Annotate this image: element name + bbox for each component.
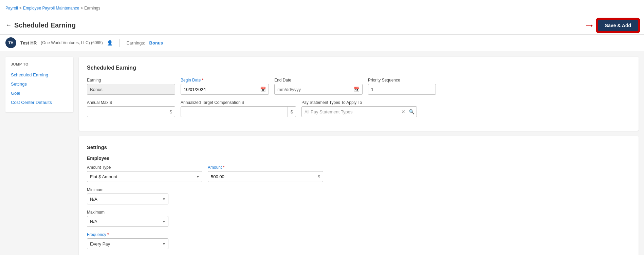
earning-label: Earning (87, 78, 175, 83)
maximum-select[interactable]: N/A Maximum 1 Maximum 2 (87, 216, 168, 227)
settings-card: Settings Employee Amount Type Flat $ Amo… (79, 136, 639, 255)
annual-max-field: Annual Max $ $ (87, 100, 175, 117)
red-arrow-icon: → (584, 19, 595, 32)
pay-statement-search-icon[interactable]: 🔍 (407, 109, 417, 114)
frequency-select-wrapper: Every Pay Monthly Quarterly Annually (87, 238, 168, 249)
pay-statement-label: Pay Statement Types To Apply To (301, 100, 417, 105)
scheduled-earning-title: Scheduled Earning (87, 65, 630, 71)
frequency-select[interactable]: Every Pay Monthly Quarterly Annually (87, 238, 168, 249)
amount-type-select[interactable]: Flat $ Amount Percentage Hours (87, 171, 202, 182)
settings-title: Settings (87, 144, 630, 150)
sidebar-header: JUMP TO (11, 62, 68, 66)
annual-max-input[interactable] (87, 107, 167, 116)
scheduled-earning-card: Scheduled Earning Earning Begin Date * 📅 (79, 57, 639, 131)
minimum-select-wrapper: N/A Minimum 1 Minimum 2 (87, 194, 168, 204)
back-arrow-icon[interactable]: ← (5, 22, 12, 29)
breadcrumb-payroll[interactable]: Payroll (5, 6, 18, 11)
vertical-divider (119, 39, 120, 47)
amount-type-field: Amount Type Flat $ Amount Percentage Hou… (87, 165, 202, 182)
breadcrumb-employee-payroll[interactable]: Employee Payroll Maintenance (23, 6, 79, 11)
annualized-target-input-wrapper: $ (181, 106, 296, 117)
frequency-field: Frequency * Every Pay Monthly Quarterly … (87, 232, 168, 249)
priority-sequence-input[interactable] (368, 84, 436, 95)
earning-field: Earning (87, 78, 175, 95)
begin-date-input[interactable] (181, 85, 257, 94)
maximum-field: Maximum N/A Maximum 1 Maximum 2 (87, 210, 168, 227)
annualized-target-label: Annualized Target Compensation $ (181, 100, 296, 105)
page-title: Scheduled Earning (14, 21, 76, 29)
pay-statement-clear-icon[interactable]: ✕ (400, 109, 407, 114)
end-date-field: End Date 📅 (274, 78, 363, 95)
priority-sequence-label: Priority Sequence (368, 78, 456, 83)
breadcrumb-earnings: Earnings (84, 6, 100, 11)
save-and-add-button[interactable]: Save & Add (597, 19, 639, 32)
sidebar-item-settings[interactable]: Settings (11, 79, 68, 89)
amount-label: Amount * (208, 165, 323, 170)
amount-input-wrapper: $ (208, 171, 323, 182)
sidebar-item-goal[interactable]: Goal (11, 89, 68, 98)
minimum-select[interactable]: N/A Minimum 1 Minimum 2 (87, 194, 168, 204)
priority-sequence-field: Priority Sequence (368, 78, 456, 95)
amount-input[interactable] (208, 172, 315, 181)
breadcrumb: Payroll > Employee Payroll Maintenance >… (5, 6, 100, 11)
amount-type-select-wrapper: Flat $ Amount Percentage Hours (87, 171, 202, 182)
annualized-target-input[interactable] (181, 107, 288, 116)
earning-input[interactable] (87, 84, 175, 95)
sidebar: JUMP TO Scheduled Earning Settings Goal … (5, 57, 73, 112)
pay-statement-field: Pay Statement Types To Apply To All Pay … (301, 100, 417, 117)
breadcrumb-sep1: > (19, 6, 22, 11)
annual-max-label: Annual Max $ (87, 100, 175, 105)
sidebar-item-scheduled-earning[interactable]: Scheduled Earning (11, 70, 68, 79)
begin-date-field: Begin Date * 📅 (181, 78, 269, 95)
edit-icon[interactable]: 👤 (107, 40, 113, 45)
pay-statement-placeholder: All Pay Statement Types (302, 107, 400, 116)
earnings-value[interactable]: Bonus (149, 40, 163, 45)
employee-company: (One World Ventures, LLC) (6065) (41, 40, 103, 45)
end-date-label: End Date (274, 78, 363, 83)
begin-date-label: Begin Date * (181, 78, 269, 83)
maximum-select-wrapper: N/A Maximum 1 Maximum 2 (87, 216, 168, 227)
avatar: TH (5, 37, 16, 48)
end-date-input[interactable] (275, 85, 351, 94)
breadcrumb-sep2: > (80, 6, 83, 11)
minimum-label: Minimum (87, 187, 168, 192)
annual-max-suffix: $ (167, 107, 175, 117)
amount-suffix: $ (315, 171, 323, 182)
end-date-calendar-icon[interactable]: 📅 (351, 87, 362, 92)
employee-name: Test HR (20, 40, 37, 45)
annualized-target-suffix: $ (288, 107, 296, 117)
amount-field: Amount * $ (208, 165, 323, 182)
frequency-label: Frequency * (87, 232, 168, 237)
begin-date-input-wrapper: 📅 (181, 84, 269, 95)
maximum-label: Maximum (87, 210, 168, 215)
employee-subtitle: Employee (87, 156, 630, 161)
amount-type-label: Amount Type (87, 165, 202, 170)
end-date-input-wrapper: 📅 (274, 84, 363, 95)
earnings-label: Earnings: (127, 40, 145, 45)
content-area: Scheduled Earning Earning Begin Date * 📅 (79, 57, 639, 255)
minimum-field: Minimum N/A Minimum 1 Minimum 2 (87, 187, 168, 204)
pay-statement-input-wrapper[interactable]: All Pay Statement Types ✕ 🔍 (301, 106, 417, 117)
begin-date-calendar-icon[interactable]: 📅 (257, 87, 269, 92)
annual-max-input-wrapper: $ (87, 106, 175, 117)
sidebar-item-cost-center-defaults[interactable]: Cost Center Defaults (11, 98, 68, 107)
annualized-target-field: Annualized Target Compensation $ $ (181, 100, 296, 117)
